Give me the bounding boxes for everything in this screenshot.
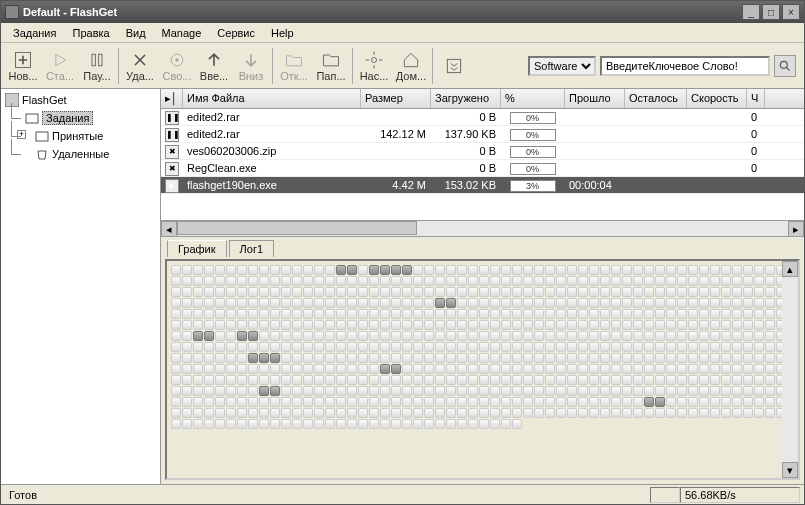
block-cell xyxy=(699,342,709,352)
block-cell xyxy=(567,375,577,385)
vertical-scrollbar[interactable]: ▴ ▾ xyxy=(782,261,798,478)
scroll-left-icon[interactable]: ◂ xyxy=(161,221,177,237)
toolbar-delete[interactable]: Уда... xyxy=(122,45,158,87)
row-downloaded: 137.90 KB xyxy=(431,128,501,140)
th-ch[interactable]: Ч xyxy=(747,89,765,108)
block-cell xyxy=(732,287,742,297)
block-cell xyxy=(380,408,390,418)
block-cell xyxy=(193,375,203,385)
block-cell xyxy=(402,287,412,297)
menu-tasks[interactable]: Задания xyxy=(5,25,64,41)
tree-accepted[interactable]: +Принятые xyxy=(3,127,158,145)
tab-graphic[interactable]: График xyxy=(167,240,227,257)
block-cell xyxy=(413,331,423,341)
block-cell xyxy=(259,408,269,418)
block-cell xyxy=(501,386,511,396)
th-size[interactable]: Размер xyxy=(361,89,431,108)
toolbar-extra[interactable] xyxy=(436,45,472,87)
search-input[interactable] xyxy=(600,56,770,76)
block-cell xyxy=(391,353,401,363)
block-cell xyxy=(358,287,368,297)
th-downloaded[interactable]: Загружено xyxy=(431,89,501,108)
block-cell xyxy=(314,309,324,319)
block-cell xyxy=(545,408,555,418)
table-row[interactable]: ❚❚edited2.rar142.12 M137.90 KB0%0 xyxy=(161,126,804,143)
block-cell xyxy=(193,386,203,396)
download-table: ▸│ Имя Файла Размер Загружено % Прошло О… xyxy=(161,89,804,237)
block-cell xyxy=(369,353,379,363)
block-cell xyxy=(336,331,346,341)
toolbar-pause[interactable]: Пау... xyxy=(79,45,115,87)
scroll-up-icon[interactable]: ▴ xyxy=(782,261,798,277)
block-cell xyxy=(402,353,412,363)
th-speed[interactable]: Скорость xyxy=(687,89,747,108)
toolbar-settings[interactable]: Нас... xyxy=(356,45,392,87)
th-remaining[interactable]: Осталось xyxy=(625,89,687,108)
close-button[interactable]: × xyxy=(782,4,800,20)
block-cell xyxy=(391,298,401,308)
table-row[interactable]: ❚❚edited2.rar0 B0%0 xyxy=(161,109,804,126)
th-icon[interactable]: ▸│ xyxy=(161,89,183,108)
tree-root[interactable]: FlashGet xyxy=(3,91,158,109)
toolbar-home[interactable]: Дом... xyxy=(393,45,429,87)
block-cell xyxy=(237,397,247,407)
block-cell xyxy=(413,419,423,429)
block-cell xyxy=(248,342,258,352)
block-cell xyxy=(622,265,632,275)
menu-view[interactable]: Вид xyxy=(118,25,154,41)
menu-manage[interactable]: Manage xyxy=(154,25,210,41)
svg-rect-1 xyxy=(92,54,95,66)
maximize-button[interactable]: □ xyxy=(762,4,780,20)
block-cell xyxy=(171,265,181,275)
row-downloaded: 153.02 KB xyxy=(431,179,501,191)
block-cell xyxy=(677,375,687,385)
search-category[interactable]: Software xyxy=(528,56,596,76)
row-downloaded: 0 B xyxy=(431,162,501,174)
block-cell xyxy=(633,287,643,297)
toolbar-new[interactable]: Нов... xyxy=(5,45,41,87)
toolbar-start[interactable]: Ста... xyxy=(42,45,78,87)
block-grid xyxy=(171,265,794,429)
block-cell xyxy=(424,386,434,396)
table-row[interactable]: ✖ves060203006.zip0 B0%0 xyxy=(161,143,804,160)
block-cell xyxy=(358,386,368,396)
minimize-button[interactable]: _ xyxy=(742,4,760,20)
titlebar[interactable]: Default - FlashGet _ □ × xyxy=(1,1,804,23)
block-cell xyxy=(347,353,357,363)
vscroll-track[interactable] xyxy=(782,277,798,462)
toolbar-folder[interactable]: Пап... xyxy=(313,45,349,87)
th-percent[interactable]: % xyxy=(501,89,565,108)
block-cell xyxy=(380,364,390,374)
block-cell xyxy=(710,342,720,352)
scroll-track[interactable] xyxy=(177,221,788,236)
expand-icon[interactable]: + xyxy=(17,130,26,139)
toolbar-down[interactable]: Вниз xyxy=(233,45,269,87)
th-filename[interactable]: Имя Файла xyxy=(183,89,361,108)
table-row[interactable]: ✖RegClean.exe0 B0%0 xyxy=(161,160,804,177)
scroll-right-icon[interactable]: ▸ xyxy=(788,221,804,237)
menu-tools[interactable]: Сервис xyxy=(209,25,263,41)
block-cell xyxy=(171,320,181,330)
table-row[interactable]: ▶flashget190en.exe4.42 M153.02 KB3%00:00… xyxy=(161,177,804,194)
tab-log[interactable]: Лог1 xyxy=(229,240,274,257)
toolbar-open[interactable]: Отк... xyxy=(276,45,312,87)
menu-edit[interactable]: Правка xyxy=(64,25,117,41)
th-elapsed[interactable]: Прошло xyxy=(565,89,625,108)
toolbar-up[interactable]: Вве... xyxy=(196,45,232,87)
tree-deleted[interactable]: Удаленные xyxy=(3,145,158,163)
scroll-thumb[interactable] xyxy=(177,221,417,235)
block-cell xyxy=(611,397,621,407)
block-cell xyxy=(281,364,291,374)
menu-help[interactable]: Help xyxy=(263,25,302,41)
block-cell xyxy=(589,331,599,341)
scroll-down-icon[interactable]: ▾ xyxy=(782,462,798,478)
tree-tasks[interactable]: Задания xyxy=(3,109,158,127)
block-cell xyxy=(303,364,313,374)
block-cell xyxy=(490,298,500,308)
block-cell xyxy=(314,265,324,275)
search-button[interactable] xyxy=(774,55,796,77)
toolbar-props[interactable]: Сво... xyxy=(159,45,195,87)
horizontal-scrollbar[interactable]: ◂ ▸ xyxy=(161,220,804,236)
block-cell xyxy=(589,298,599,308)
block-cell xyxy=(754,397,764,407)
